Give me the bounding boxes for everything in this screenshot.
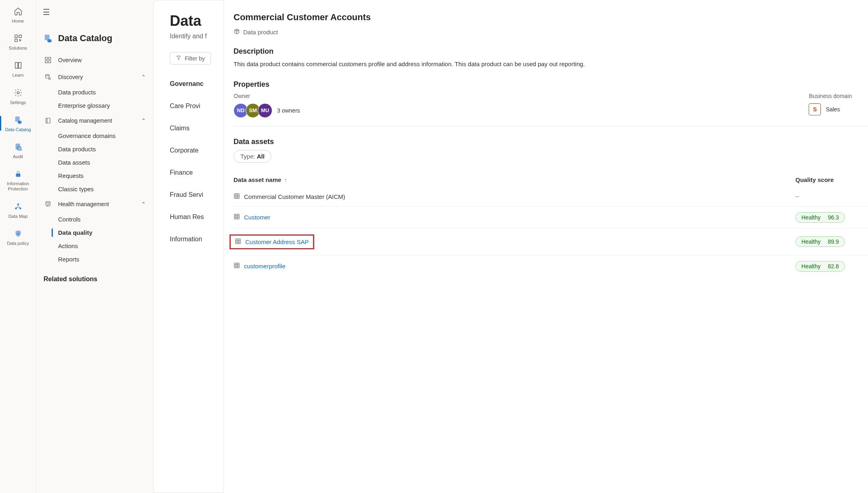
asset-row: customerprofile Healthy82.8 <box>234 255 868 277</box>
svg-rect-28 <box>236 239 240 244</box>
col-score-header[interactable]: Quality score <box>795 176 868 183</box>
sidebar-classic-types[interactable]: Classic types <box>40 182 149 196</box>
sidebar-title: Data Catalog <box>58 33 112 44</box>
product-tag: Data product <box>234 28 868 36</box>
sidebar-discovery-data-products[interactable]: Data products <box>40 86 149 99</box>
rail-label: Data Catalog <box>5 127 31 132</box>
table-icon <box>235 238 241 246</box>
sidebar-discovery-glossary[interactable]: Enterprise glossary <box>40 99 149 112</box>
sidebar-controls[interactable]: Controls <box>40 213 149 226</box>
rail-label: Solutions <box>9 46 27 51</box>
chevron-up-icon: ⌃ <box>141 201 146 207</box>
svg-rect-21 <box>49 61 51 63</box>
asset-table-header: Data asset name ↑ Quality score <box>234 172 868 187</box>
catalog-icon <box>13 114 24 125</box>
rail-label: Data policy <box>7 241 29 246</box>
solutions-icon <box>13 33 24 44</box>
cube-icon <box>234 28 240 36</box>
score-badge: Healthy82.8 <box>795 261 845 272</box>
sidebar-gov-domains[interactable]: Governance domains <box>40 129 149 142</box>
sidebar-catalog-mgmt-label: Catalog management <box>58 117 112 124</box>
rail-learn[interactable]: Learn <box>0 58 36 79</box>
svg-rect-20 <box>45 61 47 63</box>
asset-name: Commercial Customer Master (AICM) <box>234 193 795 201</box>
highlighted-asset: Customer Address SAP <box>230 234 314 249</box>
asset-name[interactable]: customerprofile <box>234 262 795 270</box>
svg-point-23 <box>48 77 50 79</box>
book-icon <box>44 116 52 125</box>
sidebar-health-mgmt[interactable]: Health management ⌃ <box>40 196 149 213</box>
filter-icon <box>176 55 182 62</box>
sidebar-related-heading: Related solutions <box>44 276 149 283</box>
svg-rect-26 <box>234 194 239 198</box>
description-heading: Description <box>234 47 868 56</box>
sidebar-reports[interactable]: Reports <box>40 253 149 266</box>
svg-point-25 <box>46 202 50 203</box>
type-filter-prefix: Type: <box>240 153 255 160</box>
data-assets-heading: Data assets <box>234 138 868 146</box>
health-icon <box>44 200 52 209</box>
sidebar-title-row: Data Catalog <box>44 33 149 44</box>
rail-home[interactable]: Home <box>0 4 36 25</box>
properties-heading: Properties <box>234 80 868 89</box>
sidebar-discovery-label: Discovery <box>58 74 83 80</box>
score-badge: Healthy96.3 <box>795 212 845 223</box>
rail-solutions[interactable]: Solutions <box>0 31 36 52</box>
asset-name[interactable]: Customer <box>234 213 795 221</box>
sidebar-health-mgmt-label: Health management <box>58 201 109 207</box>
col-name-header[interactable]: Data asset name ↑ <box>234 176 795 183</box>
svg-rect-29 <box>234 263 239 268</box>
sidebar-actions[interactable]: Actions <box>40 239 149 253</box>
svg-rect-19 <box>49 57 51 59</box>
filter-label: Filter by <box>185 55 205 62</box>
svg-point-22 <box>46 75 49 76</box>
col-name-label: Data asset name <box>234 176 281 183</box>
asset-name[interactable]: Customer Address SAP <box>235 238 309 246</box>
sidebar-data-assets[interactable]: Data assets <box>40 156 149 169</box>
avatar: MU <box>258 103 272 118</box>
owner-property: Owner ND SM MU 3 owners <box>234 93 300 118</box>
table-icon <box>234 262 240 270</box>
rail-label: Learn <box>12 73 23 78</box>
rail-label: Settings <box>10 100 26 105</box>
owners-group[interactable]: ND SM MU 3 owners <box>234 103 300 118</box>
rail-settings[interactable]: Settings <box>0 86 36 107</box>
grid-icon <box>44 56 52 65</box>
rail-data-policy[interactable]: Data policy <box>0 226 36 248</box>
owners-count: 3 owners <box>277 107 300 114</box>
sidebar-requests[interactable]: Requests <box>40 169 149 182</box>
chevron-up-icon: ⌃ <box>141 117 146 124</box>
svg-rect-0 <box>15 35 17 38</box>
svg-point-3 <box>17 92 19 94</box>
domain-name: Sales <box>826 106 840 113</box>
rail-label: Information Protection <box>0 181 36 192</box>
search-db-icon <box>44 73 52 81</box>
asset-table: Data asset name ↑ Quality score Commerci… <box>234 172 868 277</box>
table-icon <box>234 213 240 221</box>
svg-rect-24 <box>46 118 50 123</box>
rail-audit[interactable]: Audit <box>0 140 36 161</box>
rail-label: Data Map <box>8 214 28 219</box>
business-domain-value[interactable]: S Sales <box>809 103 852 115</box>
data-map-icon <box>13 201 24 212</box>
filter-by-button[interactable]: Filter by <box>170 52 211 65</box>
rail-data-map[interactable]: Data Map <box>0 199 36 221</box>
sidebar-discovery[interactable]: Discovery ⌃ <box>40 69 149 86</box>
detail-panel: Commercial Customer Accounts Data produc… <box>223 0 868 493</box>
sidebar-overview[interactable]: Overview <box>40 52 149 69</box>
audit-icon <box>13 141 24 152</box>
sidebar-data-quality[interactable]: Data quality <box>40 226 149 239</box>
asset-row: Customer Healthy96.3 <box>234 206 868 228</box>
lock-icon <box>13 168 24 180</box>
rail-label: Home <box>12 19 24 24</box>
rail-info-protection[interactable]: Information Protection <box>0 167 36 193</box>
rail-label: Audit <box>13 154 23 159</box>
hamburger-icon[interactable]: ☰ <box>40 6 149 19</box>
svg-rect-1 <box>19 35 21 38</box>
type-filter-pill[interactable]: Type: All <box>234 150 271 163</box>
svg-point-11 <box>17 203 19 205</box>
sidebar-catalog-mgmt[interactable]: Catalog management ⌃ <box>40 112 149 129</box>
sidebar-data-products[interactable]: Data products <box>40 142 149 156</box>
rail-data-catalog[interactable]: Data Catalog <box>0 113 36 134</box>
no-score: -- <box>795 193 799 200</box>
